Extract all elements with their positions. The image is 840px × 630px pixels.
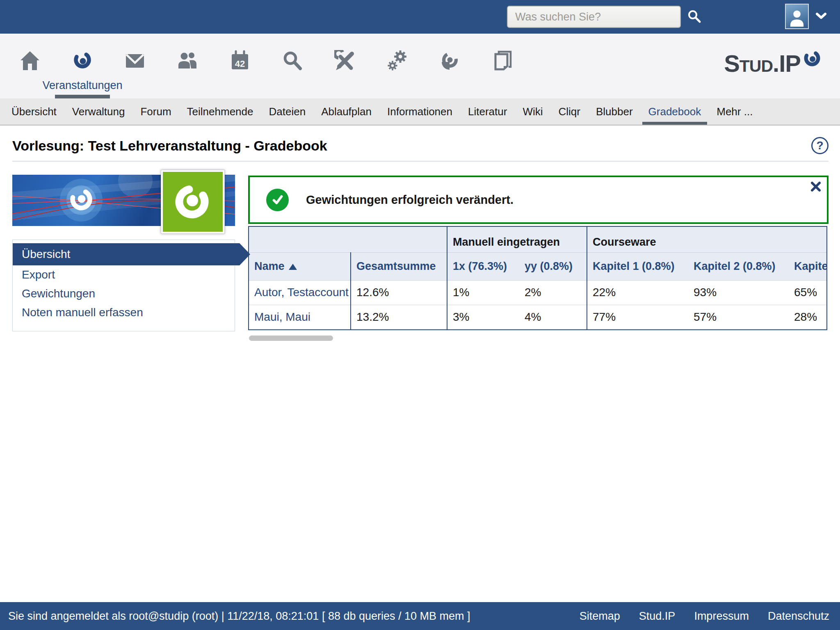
tools-icon xyxy=(334,50,356,71)
course-tab-bar: Übersicht Verwaltung Forum Teilnehmende … xyxy=(0,98,840,126)
column-header-gesamtsumme[interactable]: Gesamtsumme xyxy=(351,252,447,280)
footer-link-studip[interactable]: Stud.IP xyxy=(639,610,676,623)
main-icon-toolbar: Veranstaltungen 42 xyxy=(0,34,840,98)
table-row: Autor, Testaccount 12.6% 1% 2% 22% 93% 6… xyxy=(249,280,827,305)
success-message: Gewichtungen erfolgreich verändert. xyxy=(248,176,829,224)
group-header-courseware: Courseware xyxy=(587,227,827,252)
top-header-bar xyxy=(0,0,840,34)
tab-uebersicht[interactable]: Übersicht xyxy=(11,98,57,125)
svg-text:42: 42 xyxy=(235,59,245,69)
cell-kapitel3: 65% xyxy=(789,280,827,305)
success-check-icon xyxy=(266,189,289,211)
column-header-1x[interactable]: 1x (76.3%) xyxy=(447,252,519,280)
cell-kapitel1: 77% xyxy=(587,305,688,329)
question-mark-icon: ? xyxy=(816,139,823,152)
community-icon xyxy=(177,50,198,71)
sidebar-item-noten-manuell-erfassen[interactable]: Noten manuell erfassen xyxy=(13,303,235,322)
cell-gesamtsumme: 12.6% xyxy=(351,280,447,305)
gradebook-table-container: Manuell eingetragen Courseware Name Gesa… xyxy=(248,226,827,330)
student-name-link[interactable]: Autor, Testaccount xyxy=(249,280,351,305)
nav-community[interactable] xyxy=(161,34,214,98)
horizontal-scrollbar-thumb[interactable] xyxy=(249,336,333,341)
bulletin-board-icon xyxy=(492,50,513,71)
user-avatar[interactable] xyxy=(785,4,809,29)
table-row: Maui, Maui 13.2% 3% 4% 77% 57% 28% xyxy=(249,305,827,329)
group-header-manual: Manuell eingetragen xyxy=(447,227,587,252)
sort-ascending-icon xyxy=(289,264,297,270)
student-name-link[interactable]: Maui, Maui xyxy=(249,305,351,329)
search-input[interactable] xyxy=(507,6,681,28)
nav-veranstaltungen[interactable]: Veranstaltungen xyxy=(56,34,109,98)
studip-logo-swirl-icon xyxy=(801,48,823,70)
studip-logo[interactable]: Stud.IP xyxy=(724,52,823,75)
main-area: Gewichtungen erfolgreich verändert. xyxy=(248,175,829,341)
home-icon xyxy=(19,50,41,71)
tab-wiki[interactable]: Wiki xyxy=(523,98,543,125)
cell-kapitel3: 28% xyxy=(789,305,827,329)
cell-yy: 2% xyxy=(519,280,587,305)
nav-bulletin-board[interactable] xyxy=(476,34,529,98)
tab-cliqr[interactable]: Cliqr xyxy=(558,98,580,125)
tab-verwaltung[interactable]: Verwaltung xyxy=(72,98,125,125)
sidebar-item-uebersicht[interactable]: Übersicht xyxy=(13,243,240,265)
resources-swirl-icon xyxy=(439,50,461,71)
cell-1x: 3% xyxy=(447,305,519,329)
column-header-kapitel1[interactable]: Kapitel 1 (0.8%) xyxy=(587,252,688,280)
help-button[interactable]: ? xyxy=(811,137,829,154)
column-header-kapitel2[interactable]: Kapitel 2 (0.8%) xyxy=(688,252,789,280)
tab-informationen[interactable]: Informationen xyxy=(387,98,452,125)
search-icon xyxy=(687,18,701,25)
sidebar-item-export[interactable]: Export xyxy=(13,265,235,284)
tab-mehr[interactable]: Mehr ... xyxy=(717,98,753,125)
footer-bar: Sie sind angemeldet als root@studip (roo… xyxy=(0,602,840,630)
footer-links: Sitemap Stud.IP Impressum Datenschutz xyxy=(580,610,829,623)
courses-swirl-icon xyxy=(72,50,93,71)
cell-kapitel2: 93% xyxy=(688,280,789,305)
footer-link-sitemap[interactable]: Sitemap xyxy=(580,610,620,623)
nav-messages[interactable] xyxy=(109,34,161,98)
close-icon xyxy=(810,181,821,192)
tab-gradebook[interactable]: Gradebook xyxy=(648,98,701,125)
search-submit-button[interactable] xyxy=(687,9,701,25)
nav-search[interactable] xyxy=(266,34,319,98)
cell-gesamtsumme: 13.2% xyxy=(351,305,447,329)
title-divider xyxy=(12,161,829,162)
cell-kapitel2: 57% xyxy=(688,305,789,329)
sidebar-item-gewichtungen[interactable]: Gewichtungen xyxy=(13,284,235,303)
studip-logo-text: Stud.IP xyxy=(724,52,801,75)
course-avatar-image xyxy=(161,170,225,234)
cell-1x: 1% xyxy=(447,280,519,305)
page-content: Vorlesung: Test Lehrveranstaltung - Grad… xyxy=(0,137,840,341)
column-header-name[interactable]: Name xyxy=(249,252,351,280)
column-header-yy[interactable]: yy (0.8%) xyxy=(519,252,587,280)
mail-icon xyxy=(124,50,146,71)
user-menu-chevron-down-icon[interactable] xyxy=(815,12,827,21)
nav-resources[interactable] xyxy=(424,34,476,98)
tab-ablaufplan[interactable]: Ablaufplan xyxy=(321,98,372,125)
sidebar: Übersicht Export Gewichtungen Noten manu… xyxy=(12,175,235,341)
column-header-kapitel3[interactable]: Kapitel 3 xyxy=(789,252,827,280)
tab-teilnehmende[interactable]: Teilnehmende xyxy=(187,98,253,125)
footer-link-datenschutz[interactable]: Datenschutz xyxy=(768,610,829,623)
success-message-text: Gewichtungen erfolgreich verändert. xyxy=(306,193,514,207)
tab-literatur[interactable]: Literatur xyxy=(468,98,507,125)
sidebar-navigation: Übersicht Export Gewichtungen Noten manu… xyxy=(12,240,235,331)
tab-forum[interactable]: Forum xyxy=(140,98,171,125)
group-header-empty xyxy=(249,227,351,252)
magnifier-icon xyxy=(282,50,303,71)
tab-blubber[interactable]: Blubber xyxy=(596,98,633,125)
nav-tools[interactable] xyxy=(319,34,371,98)
tab-dateien[interactable]: Dateien xyxy=(269,98,306,125)
footer-link-impressum[interactable]: Impressum xyxy=(694,610,749,623)
group-header-empty xyxy=(351,227,447,252)
nav-admin[interactable] xyxy=(371,34,424,98)
page-title: Vorlesung: Test Lehrveranstaltung - Grad… xyxy=(12,138,327,154)
close-message-button[interactable] xyxy=(810,181,821,193)
nav-calendar[interactable]: 42 xyxy=(214,34,266,98)
cell-kapitel1: 22% xyxy=(587,280,688,305)
login-status-text: Sie sind angemeldet als root@studip (roo… xyxy=(8,610,470,623)
gears-icon xyxy=(387,50,408,71)
cell-yy: 4% xyxy=(519,305,587,329)
person-icon xyxy=(789,9,805,28)
gradebook-table: Manuell eingetragen Courseware Name Gesa… xyxy=(249,227,827,329)
